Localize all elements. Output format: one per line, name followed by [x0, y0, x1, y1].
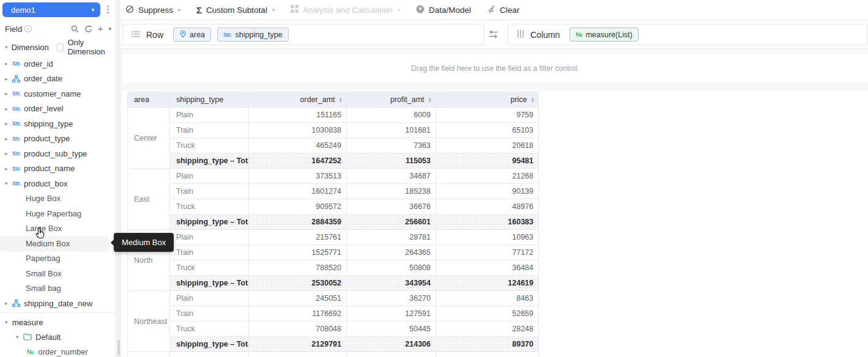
area-cell[interactable]: Center	[128, 108, 170, 169]
shipping-type-cell[interactable]: Plain	[170, 230, 249, 245]
value-cell[interactable]: 65103	[436, 123, 539, 138]
value-cell[interactable]: 6009	[347, 108, 436, 123]
expand-caret-icon[interactable]: ▸	[5, 90, 12, 97]
total-label-cell[interactable]: shipping_type – Total	[170, 215, 249, 230]
value-cell[interactable]: 90139	[436, 184, 539, 199]
sort-icon[interactable]: ▲▼	[531, 97, 535, 103]
sidebar-item-customer-name[interactable]: ▸Str.customer_name	[0, 86, 116, 101]
collapse-caret-icon[interactable]: ▾	[16, 334, 23, 340]
expand-caret-icon[interactable]: ▸	[5, 76, 12, 82]
shipping-type-cell[interactable]: Train	[170, 184, 249, 199]
value-cell[interactable]: 10963	[436, 230, 539, 245]
sidebar-item-order-number[interactable]: № order_number	[0, 344, 116, 357]
chevron-down-icon[interactable]: ▾	[108, 26, 111, 32]
filter-drop-zone[interactable]: Drag the field here to use the field as …	[122, 54, 868, 83]
header-area[interactable]: area	[128, 92, 170, 108]
sidebar-item-paperbag[interactable]: Paperbag	[0, 251, 116, 267]
only-dimension-checkbox[interactable]	[57, 43, 64, 51]
dataset-selector[interactable]: demo1 ▾	[2, 2, 100, 17]
total-value-cell[interactable]: 95481	[436, 153, 539, 169]
sort-icon[interactable]: ▲▼	[339, 97, 343, 103]
value-cell[interactable]: 52659	[436, 306, 539, 322]
total-value-cell[interactable]: 1647252	[249, 153, 347, 169]
sidebar-item-order-id[interactable]: ▸Str.order_id	[0, 56, 116, 72]
value-cell[interactable]: 34687	[347, 169, 436, 184]
value-cell[interactable]: 373513	[249, 169, 347, 184]
clear-button[interactable]: Clear	[487, 5, 519, 15]
value-cell[interactable]: 264365	[347, 245, 436, 260]
custom-subtotal-button[interactable]: Σ Custom Subtotal ▾	[196, 6, 275, 15]
value-cell[interactable]: 77172	[436, 245, 539, 260]
total-label-cell[interactable]: shipping_type – Total	[170, 337, 249, 352]
total-value-cell[interactable]: 115053	[347, 153, 436, 169]
shipping-type-cell[interactable]: Train	[170, 306, 249, 322]
value-cell[interactable]: 8463	[436, 291, 539, 306]
shipping-type-cell[interactable]: Truck	[170, 199, 249, 215]
value-cell[interactable]: 101681	[347, 123, 436, 138]
sort-icon[interactable]: ▲▼	[428, 97, 432, 103]
value-cell[interactable]: 1525771	[249, 245, 347, 260]
total-value-cell[interactable]: 160383	[436, 215, 539, 230]
shipping-type-cell[interactable]: Truck	[170, 260, 249, 276]
expand-caret-icon[interactable]: ▸	[5, 150, 12, 156]
sidebar-item-default-folder[interactable]: ▾ Default	[0, 329, 116, 344]
sidebar-item-order-date[interactable]: ▸order_date	[0, 72, 116, 87]
header-profit-amt[interactable]: profit_amt▲▼	[347, 92, 436, 108]
sidebar-item-large-box[interactable]: Large Box	[0, 221, 116, 237]
value-cell[interactable]: 1601274	[249, 184, 347, 199]
refresh-icon[interactable]	[84, 25, 92, 33]
value-cell[interactable]: 151165	[249, 108, 347, 123]
sidebar-item-product-type[interactable]: ▸Str.product_type	[0, 131, 116, 147]
value-cell[interactable]: 21268	[436, 169, 539, 184]
area-cell[interactable]: Northeast	[128, 291, 170, 352]
value-cell[interactable]: 1030838	[249, 123, 347, 138]
pill-measure-list[interactable]: № measure(List)	[569, 28, 639, 42]
expand-caret-icon[interactable]: ▸	[5, 61, 12, 67]
sidebar-item-product-name[interactable]: ▸Str.product_name	[0, 161, 116, 177]
value-cell[interactable]: 7363	[347, 138, 436, 153]
shipping-type-cell[interactable]: Plain	[170, 291, 249, 306]
shipping-type-cell[interactable]: Truck	[170, 138, 249, 153]
shipping-type-cell[interactable]: Train	[170, 245, 249, 260]
measure-section-header[interactable]: ▾ measure	[0, 315, 116, 329]
total-value-cell[interactable]: 89370	[436, 337, 539, 352]
total-value-cell[interactable]: 2129791	[249, 337, 347, 352]
value-cell[interactable]: 245051	[249, 291, 347, 306]
value-cell[interactable]: 36484	[436, 260, 539, 276]
expand-caret-icon[interactable]: ▾	[5, 180, 12, 186]
value-cell[interactable]: 50445	[347, 322, 436, 337]
shipping-type-cell[interactable]: Truck	[170, 322, 249, 337]
shipping-type-cell[interactable]: Plain	[170, 169, 249, 184]
header-order-amt[interactable]: order_amt▲▼	[249, 92, 347, 108]
sidebar-scrollbar-thumb[interactable]	[117, 340, 120, 356]
expand-caret-icon[interactable]: ▸	[5, 120, 12, 127]
value-cell[interactable]: 788520	[249, 260, 347, 276]
sidebar-item-product-sub-type[interactable]: ▸Str.product_sub_type	[0, 146, 116, 161]
collapse-caret-icon[interactable]: ▾	[5, 319, 12, 325]
kebab-menu-icon[interactable]	[103, 6, 112, 15]
total-value-cell[interactable]: 2530052	[249, 276, 347, 291]
row-shelf[interactable]: Row area Str. shipping_type	[122, 24, 484, 45]
search-icon[interactable]	[71, 25, 79, 33]
value-cell[interactable]: 50808	[347, 260, 436, 276]
add-icon[interactable]: +	[98, 25, 103, 32]
sidebar-scrollbar-track[interactable]	[117, 0, 121, 357]
value-cell[interactable]: 28781	[347, 230, 436, 245]
value-cell[interactable]: 465249	[249, 138, 347, 153]
sidebar-item-medium-box[interactable]: Medium Box	[0, 236, 109, 251]
value-cell[interactable]: 1176692	[249, 306, 347, 322]
total-value-cell[interactable]: 2884359	[249, 215, 347, 230]
collapse-caret-icon[interactable]: ▾	[5, 44, 11, 50]
area-cell[interactable]: East	[128, 169, 170, 230]
pill-area[interactable]: area	[173, 28, 211, 42]
sidebar-item-product-box[interactable]: ▾Str.product_box	[0, 176, 116, 191]
value-cell[interactable]: 127591	[347, 306, 436, 322]
total-value-cell[interactable]: 256601	[347, 215, 436, 230]
value-cell[interactable]: 28248	[436, 322, 539, 337]
shipping-type-cell[interactable]: Plain	[170, 108, 249, 123]
sidebar-item-huge-paperbag[interactable]: Huge Paperbag	[0, 206, 116, 221]
sidebar-item-small-box[interactable]: Small Box	[0, 266, 116, 281]
value-cell[interactable]: 9759	[436, 108, 539, 123]
value-cell[interactable]: 36270	[347, 291, 436, 306]
total-label-cell[interactable]: shipping_type – Total	[170, 153, 249, 169]
